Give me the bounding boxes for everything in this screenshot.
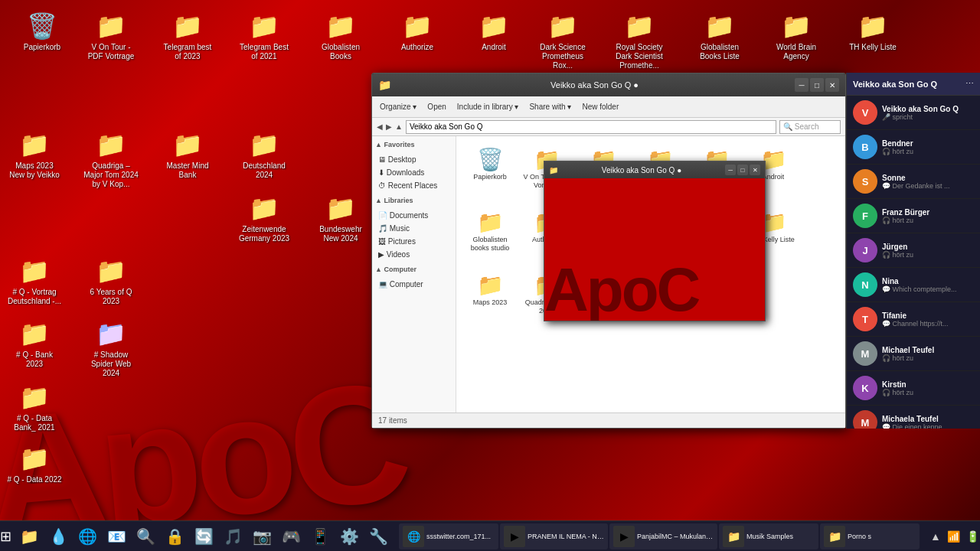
desktop-icon[interactable]: 📁 World Brain Agency <box>766 8 827 64</box>
item-title: ssstwitter.com_171... <box>426 533 491 540</box>
systray-battery-icon[interactable]: 🔋 <box>965 529 980 544</box>
taskbar-item-musiksamples[interactable]: 📁 Musik Samples <box>719 523 818 549</box>
close-button[interactable]: ✕ <box>825 78 839 92</box>
taskbar-music-icon[interactable]: 🎵 <box>219 523 247 550</box>
sidebar-music[interactable]: 🎵 Music <box>372 222 456 235</box>
desktop-icon[interactable]: 📁 Authorize <box>387 8 448 55</box>
desktop-icon[interactable]: 📁 # Q - Bank 2023 <box>4 315 65 372</box>
desktop-icon[interactable]: 📁 TH Kelly Liste <box>842 8 903 55</box>
item-thumbnail: ▶ <box>504 526 525 547</box>
chat-title: Veikko aka Son Go Q <box>853 80 937 89</box>
chat-item-michaela[interactable]: M Michaela Teufel 💬 Die einen kenne... <box>847 406 980 429</box>
desktop-icon[interactable]: 📁 Zeitenwende Germany 2023 <box>234 190 295 246</box>
chat-item-kirstin[interactable]: K Kirstin 🎧 hört zu <box>847 371 980 406</box>
icon-label: World Brain Agency <box>769 43 824 61</box>
shadow-spider-icon[interactable]: 📁 # Shadow Spider Web 2024 <box>80 315 142 381</box>
nested-minimize-button[interactable]: ─ <box>725 165 736 175</box>
systray-network-icon[interactable]: 📶 <box>946 529 962 544</box>
library-button[interactable]: Include in library ▾ <box>452 101 524 112</box>
taskbar-item-media2[interactable]: ▶ PanjabilMC – Mukulan To Bach... <box>609 523 717 549</box>
up-button[interactable]: ▲ <box>395 122 403 131</box>
desktop-icon[interactable]: 📁 V On Tour - PDF Vortrage <box>80 8 142 64</box>
taskbar-search-icon[interactable]: 🔍 <box>132 523 159 550</box>
sidebar-computer[interactable]: 💻 Computer <box>372 278 456 291</box>
chat-name: Franz Bürger <box>882 208 974 217</box>
nested-close-button[interactable]: ✕ <box>750 165 760 175</box>
systray-arrow-icon[interactable]: ▲ <box>929 529 942 544</box>
chat-avatar: N <box>853 272 877 297</box>
desktop-icon[interactable]: 📁 Quadriga – Major Tom 2024 by V Kop... <box>80 126 142 192</box>
share-button[interactable]: Share with ▾ <box>524 101 576 112</box>
sidebar-docs[interactable]: 📄 Documents <box>372 209 456 222</box>
file-item[interactable]: 🗑️ Papierkorb <box>462 142 518 204</box>
taskbar-item-media1[interactable]: ▶ PRANEM IL NEMA - NUR GETRAUMT v... <box>500 523 608 549</box>
address-input[interactable] <box>406 120 776 134</box>
taskbar-email-icon[interactable]: 📧 <box>103 523 130 550</box>
taskbar-pinned: 📁 💧 🌐 📧 🔍 🔒 🔄 🎵 📷 🎮 📱 ⚙️ 🔧 <box>11 523 396 550</box>
nested-titlebar[interactable]: 📁 Veikko aka Son Go Q ● ─ □ ✕ <box>544 161 765 178</box>
sidebar-videos[interactable]: ▶ Videos <box>372 248 456 261</box>
icon-label: # Shadow Spider Web 2024 <box>83 350 139 378</box>
sidebar-downloads[interactable]: ⬇ Downloads <box>372 166 456 179</box>
maximize-button[interactable]: □ <box>810 78 824 92</box>
desktop-icon[interactable]: 📁 Royal Society Dark Scientist Promethe.… <box>609 8 670 73</box>
chat-name: Tifanie <box>882 311 974 320</box>
minimize-button[interactable]: ─ <box>795 78 808 92</box>
chat-item-jurgen[interactable]: J Jürgen 🎧 hört zu <box>847 233 980 268</box>
desktop-icon[interactable]: 📁 Telegram Best of 2021 <box>234 8 295 64</box>
taskbar-dropbox-icon[interactable]: 💧 <box>44 523 72 550</box>
sidebar-desktop[interactable]: 🖥 Desktop <box>372 153 456 166</box>
chat-item-michael[interactable]: M Michael Teufel 🎧 hört zu <box>847 337 980 371</box>
window-titlebar[interactable]: 📁 Veikko aka Son Go Q ● ─ □ ✕ <box>372 73 845 96</box>
taskbar-game-icon[interactable]: 🎮 <box>277 523 305 550</box>
forward-button[interactable]: ▶ <box>386 122 392 131</box>
chat-status: 💬 Die einen kenne... <box>882 423 974 429</box>
chat-item-tifanie[interactable]: T Tifanie 💬 Channel https://t... <box>847 302 980 337</box>
taskbar-camera-icon[interactable]: 📷 <box>248 523 276 550</box>
file-item[interactable]: 📁 Maps 2023 <box>462 268 518 329</box>
desktop-icon[interactable]: 🗑️ Papierkorb <box>11 8 73 55</box>
taskbar-browser-icon[interactable]: 🌐 <box>74 523 101 550</box>
folder-icon: 📁 <box>172 129 203 160</box>
start-button[interactable]: ⊞ <box>0 521 11 552</box>
taskbar-lock-icon[interactable]: 🔒 <box>161 523 188 550</box>
desktop-icon[interactable]: 📁 6 Years of Q 2023 <box>80 253 142 309</box>
chat-options-button[interactable]: ⋯ <box>965 79 974 89</box>
new-folder-button[interactable]: New folder <box>577 101 623 112</box>
taskbar-refresh-icon[interactable]: 🔄 <box>190 523 217 550</box>
folder-icon: 📁 <box>624 11 655 41</box>
desktop-icon[interactable]: 📁 # Q - Data Bank_ 2021 <box>4 379 65 435</box>
desktop-icon[interactable]: 📁 # Q - Data 2022 <box>4 440 65 487</box>
taskbar-phone-icon[interactable]: 📱 <box>306 523 334 550</box>
desktop-icon[interactable]: 📁 Globalisten Books Liste <box>689 8 750 64</box>
nested-maximize-button[interactable]: □ <box>737 165 748 175</box>
icon-label: # Q - Vortrag Deutschland -... <box>7 288 62 306</box>
taskbar-gear-icon[interactable]: ⚙️ <box>335 523 363 550</box>
chat-item-sonne[interactable]: S Sonne 💬 Der Gedanke ist ... <box>847 165 980 199</box>
desktop-icon[interactable]: 📁 Deutschland 2024 <box>234 126 295 183</box>
organize-button[interactable]: Organize ▾ <box>375 101 421 112</box>
desktop-icon[interactable]: 📁 Globalisten Books <box>310 8 371 64</box>
taskbar-item-porno[interactable]: 📁 Porno s <box>820 523 920 549</box>
desktop-icon[interactable]: 📁 Dark Science Prometheus Rox... <box>532 8 593 73</box>
taskbar-item-twitter[interactable]: 🌐 ssstwitter.com_171... <box>399 523 498 549</box>
back-button[interactable]: ◀ <box>377 122 383 131</box>
taskbar-settings2-icon[interactable]: 🔧 <box>364 523 392 550</box>
desktop-icon[interactable]: 📁 Androit <box>463 8 524 55</box>
desktop-icon[interactable]: 📁 Master Mind Bank <box>157 126 218 183</box>
search-input[interactable]: 🔍 Search <box>779 120 841 134</box>
file-item[interactable]: 📁 Globalisten books studio <box>462 205 518 266</box>
chat-item-nina[interactable]: N Nina 💬 Which comptemple... <box>847 268 980 302</box>
taskbar-explorer-icon[interactable]: 📁 <box>15 523 43 550</box>
chat-item-veikko[interactable]: V Veikko aka Son Go Q 🎤 spricht <box>847 96 980 130</box>
chat-item-franz[interactable]: F Franz Bürger 🎧 hört zu <box>847 199 980 233</box>
folder-icon: 📁 <box>96 318 126 349</box>
chat-item-bendner[interactable]: B Bendner 🎧 hört zu <box>847 130 980 165</box>
desktop-icon[interactable]: 📁 # Q - Vortrag Deutschland -... <box>4 253 65 309</box>
desktop-icon[interactable]: 📁 Maps 2023 New by Veikko <box>4 126 65 183</box>
sidebar-recent[interactable]: ⏱ Recent Places <box>372 179 456 192</box>
desktop-icon[interactable]: 📁 Bundeswehr New 2024 <box>310 190 371 246</box>
sidebar-pictures[interactable]: 🖼 Pictures <box>372 235 456 248</box>
desktop-icon[interactable]: 📁 Telegram best of 2023 <box>157 8 218 64</box>
open-button[interactable]: Open <box>423 101 450 112</box>
